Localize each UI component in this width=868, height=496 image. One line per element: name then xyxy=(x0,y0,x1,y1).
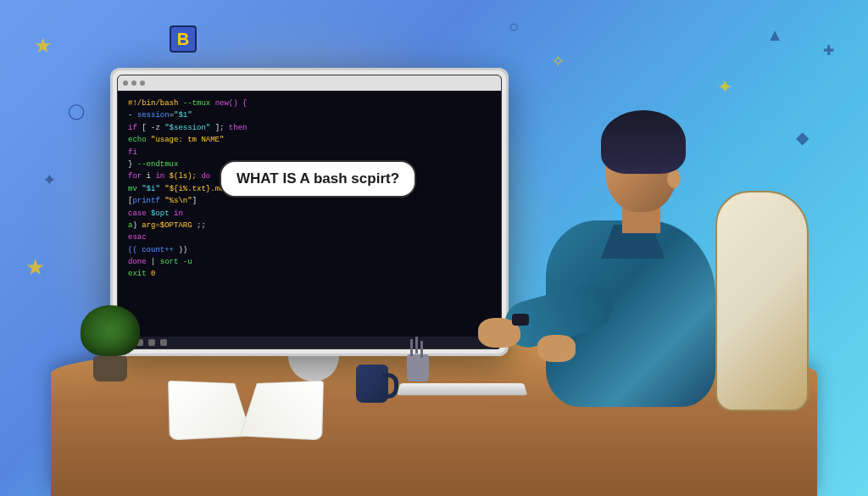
window-control-icon xyxy=(140,81,145,86)
code-line: echo "usage: tm NAME" xyxy=(128,134,491,146)
code-line: done | sort -u xyxy=(128,256,491,268)
code-line: case $opt in xyxy=(128,208,491,220)
window-titlebar xyxy=(118,75,501,91)
speech-bubble-text: WHAT IS A bash scpirt? xyxy=(236,170,399,187)
b-badge-icon: B xyxy=(170,25,197,53)
window-control-icon xyxy=(123,81,128,86)
computer-monitor: #!/bin/bash --tmux new() { - session="$1… xyxy=(110,68,509,356)
square-icon: ◆ xyxy=(796,127,809,148)
code-line: a) arg=$OPTARG ;; xyxy=(128,220,491,231)
open-notebook xyxy=(170,373,322,449)
code-line: (( count++ )) xyxy=(128,244,491,256)
sparkle-icon: ✦ xyxy=(717,76,732,98)
code-line: exit 0 xyxy=(128,268,491,280)
code-line: fi xyxy=(128,147,491,159)
monitor-screen: #!/bin/bash --tmux new() { - session="$1… xyxy=(117,75,502,349)
taskbar-icon xyxy=(148,339,155,346)
taskbar-icon xyxy=(160,339,167,346)
coffee-mug xyxy=(356,365,388,403)
code-line: esac xyxy=(128,231,491,243)
triangle-icon: ▲ xyxy=(766,25,783,45)
window-control-icon xyxy=(131,81,136,86)
keyboard xyxy=(397,383,527,395)
os-taskbar xyxy=(118,337,501,348)
code-line: #!/bin/bash --tmux new() { xyxy=(128,98,491,109)
speech-bubble: WHAT IS A bash scpirt? xyxy=(220,160,416,198)
plus-icon: ✚ xyxy=(823,42,834,59)
desk-plant xyxy=(81,305,140,382)
code-line: - session="$1" xyxy=(128,109,491,121)
pencil-holder xyxy=(407,354,429,382)
code-line: if [ -z "$session" ]; then xyxy=(128,122,491,134)
badge-letter: B xyxy=(177,30,189,49)
person-at-desk xyxy=(520,98,741,420)
star-icon: ✧ xyxy=(551,51,565,71)
